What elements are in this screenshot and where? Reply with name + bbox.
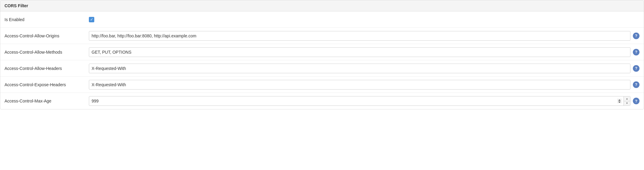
form-row-max-age: Access-Control-Max-Age▲▼? bbox=[0, 93, 644, 109]
panel-title: CORS Filter bbox=[0, 0, 644, 11]
checkbox-is-enabled[interactable]: ✓ bbox=[89, 17, 94, 22]
input-expose-headers[interactable] bbox=[89, 80, 630, 90]
help-icon-max-age[interactable]: ? bbox=[633, 98, 639, 104]
label-expose-headers: Access-Control-Expose-Headers bbox=[5, 82, 89, 87]
input-allow-methods[interactable] bbox=[89, 47, 630, 57]
help-icon-allow-origins[interactable]: ? bbox=[633, 33, 639, 39]
spinner-up-max-age[interactable]: ▲ bbox=[624, 96, 630, 101]
form-row-allow-headers: Access-Control-Allow-Headers? bbox=[0, 60, 644, 77]
input-max-age[interactable] bbox=[89, 96, 630, 106]
control-wrap-max-age: ▲▼? bbox=[89, 96, 639, 106]
label-allow-origins: Access-Control-Allow-Origins bbox=[5, 33, 89, 38]
control-wrap-allow-origins: ? bbox=[89, 31, 639, 41]
control-wrap-is-enabled: ✓ bbox=[89, 17, 639, 22]
label-is-enabled: Is Enabled bbox=[5, 17, 89, 22]
label-allow-methods: Access-Control-Allow-Methods bbox=[5, 50, 89, 55]
control-wrap-expose-headers: ? bbox=[89, 80, 639, 90]
label-allow-headers: Access-Control-Allow-Headers bbox=[5, 66, 89, 71]
cors-filter-panel: CORS Filter Is Enabled✓Access-Control-Al… bbox=[0, 0, 644, 109]
help-icon-allow-methods[interactable]: ? bbox=[633, 49, 639, 55]
label-max-age: Access-Control-Max-Age bbox=[5, 99, 89, 103]
form-row-allow-methods: Access-Control-Allow-Methods? bbox=[0, 44, 644, 60]
form-row-allow-origins: Access-Control-Allow-Origins? bbox=[0, 28, 644, 44]
checkmark-icon: ✓ bbox=[90, 17, 93, 21]
form-row-is-enabled: Is Enabled✓ bbox=[0, 11, 644, 28]
input-allow-origins[interactable] bbox=[89, 31, 630, 41]
input-allow-headers[interactable] bbox=[89, 64, 630, 73]
form-row-expose-headers: Access-Control-Expose-Headers? bbox=[0, 77, 644, 93]
help-icon-allow-headers[interactable]: ? bbox=[633, 65, 639, 72]
spinner-down-max-age[interactable]: ▼ bbox=[624, 101, 630, 106]
panel-body: Is Enabled✓Access-Control-Allow-Origins?… bbox=[0, 11, 644, 109]
help-icon-expose-headers[interactable]: ? bbox=[633, 81, 639, 88]
checkbox-wrap-is-enabled: ✓ bbox=[89, 17, 94, 22]
number-wrap-max-age: ▲▼ bbox=[89, 96, 630, 106]
control-wrap-allow-methods: ? bbox=[89, 47, 639, 57]
control-wrap-allow-headers: ? bbox=[89, 64, 639, 73]
spinner-max-age: ▲▼ bbox=[624, 96, 630, 105]
